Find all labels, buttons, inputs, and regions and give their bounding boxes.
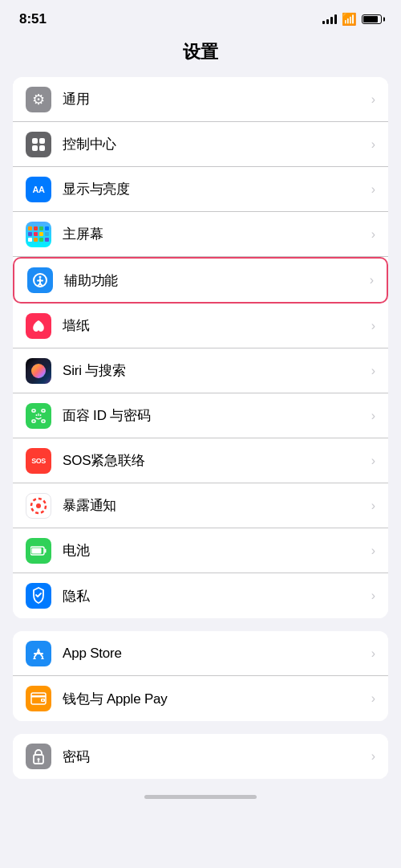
chevron-icon: › [371, 137, 375, 152]
chevron-icon: › [371, 454, 375, 468]
settings-item-battery[interactable]: 电池 › [13, 528, 388, 573]
wallet-label: 钱包与 Apple Pay [63, 690, 368, 708]
chevron-icon: › [371, 544, 375, 558]
passwords-label: 密码 [63, 748, 368, 766]
exposure-label: 暴露通知 [63, 496, 368, 515]
settings-group-2: App Store › 钱包与 Apple Pay › [13, 631, 388, 721]
chevron-icon: › [371, 92, 375, 107]
settings-item-passwords[interactable]: 密码 › [13, 734, 388, 779]
siri-icon [26, 358, 51, 384]
wallpaper-icon [26, 313, 51, 339]
svg-rect-26 [31, 695, 46, 698]
svg-point-18 [36, 503, 41, 508]
status-time: 8:51 [19, 11, 47, 27]
svg-rect-1 [39, 138, 45, 144]
faceid-icon [26, 403, 51, 429]
exposure-icon [26, 493, 51, 519]
appstore-label: App Store [63, 646, 368, 662]
appstore-icon [26, 641, 51, 666]
chevron-icon: › [370, 273, 374, 287]
accessibility-label: 辅助功能 [64, 271, 367, 290]
sos-icon: SOS [26, 448, 51, 474]
chevron-icon: › [371, 646, 375, 661]
settings-item-appstore[interactable]: App Store › [13, 631, 388, 676]
wallpaper-label: 墙纸 [63, 316, 368, 335]
settings-item-accessibility[interactable]: 辅助功能 › [13, 257, 388, 304]
passwords-icon [26, 744, 51, 769]
settings-item-homescreen[interactable]: 主屏幕 › [13, 212, 388, 257]
svg-rect-21 [45, 548, 47, 552]
control-center-label: 控制中心 [63, 135, 368, 153]
battery-label: 电池 [63, 541, 368, 560]
svg-rect-0 [32, 138, 38, 144]
display-label: 显示与亮度 [63, 180, 368, 198]
page-title: 设置 [183, 42, 218, 62]
homescreen-label: 主屏幕 [63, 225, 368, 243]
settings-item-siri[interactable]: Siri 与搜索 › [13, 348, 388, 393]
svg-point-28 [43, 699, 44, 701]
signal-icon [322, 14, 337, 24]
settings-item-wallet[interactable]: 钱包与 Apple Pay › [13, 676, 388, 721]
siri-label: Siri 与搜索 [63, 361, 368, 380]
settings-item-faceid[interactable]: 面容 ID 与密码 › [13, 393, 388, 438]
general-label: 通用 [63, 90, 368, 108]
homescreen-icon [26, 222, 51, 247]
chevron-icon: › [371, 409, 375, 423]
svg-line-9 [40, 283, 43, 286]
home-indicator [144, 795, 257, 799]
chevron-icon: › [371, 589, 375, 603]
chevron-icon: › [371, 364, 375, 378]
chevron-icon: › [371, 499, 375, 513]
settings-item-exposure[interactable]: 暴露通知 › [13, 483, 388, 528]
svg-rect-12 [32, 420, 35, 422]
settings-item-wallpaper[interactable]: 墙纸 › [13, 304, 388, 348]
page-header: 设置 [0, 34, 401, 77]
svg-point-5 [39, 276, 42, 279]
privacy-icon [26, 583, 51, 609]
battery-status-icon [362, 14, 382, 24]
svg-rect-20 [32, 548, 42, 553]
settings-item-general[interactable]: ⚙ 通用 › [13, 77, 388, 122]
general-icon: ⚙ [26, 87, 51, 112]
svg-rect-13 [42, 420, 45, 422]
display-icon: AA [26, 177, 51, 202]
settings-group-1: ⚙ 通用 › 控制中心 › AA 显示与亮度 › [13, 77, 388, 618]
svg-rect-11 [42, 410, 45, 412]
control-center-icon [26, 132, 51, 157]
svg-rect-2 [32, 145, 38, 151]
svg-rect-3 [39, 145, 45, 151]
battery-icon [26, 538, 51, 564]
accessibility-icon [27, 267, 53, 293]
chevron-icon: › [371, 749, 375, 764]
chevron-icon: › [371, 319, 375, 333]
wallet-icon [26, 686, 51, 711]
settings-item-privacy[interactable]: 隐私 › [13, 573, 388, 618]
status-icons: 📶 [322, 12, 382, 26]
svg-point-14 [36, 414, 38, 416]
status-bar: 8:51 📶 [0, 0, 401, 34]
svg-point-15 [40, 414, 42, 416]
chevron-icon: › [371, 227, 375, 242]
settings-item-control-center[interactable]: 控制中心 › [13, 122, 388, 167]
privacy-label: 隐私 [63, 587, 368, 605]
settings-item-display[interactable]: AA 显示与亮度 › [13, 167, 388, 212]
sos-label: SOS紧急联络 [63, 451, 368, 470]
wifi-icon: 📶 [342, 12, 357, 26]
chevron-icon: › [371, 691, 375, 706]
settings-group-3: 密码 › [13, 734, 388, 779]
settings-item-sos[interactable]: SOS SOS紧急联络 › [13, 438, 388, 483]
faceid-label: 面容 ID 与密码 [63, 406, 368, 425]
chevron-icon: › [371, 182, 375, 197]
svg-rect-10 [32, 410, 35, 412]
